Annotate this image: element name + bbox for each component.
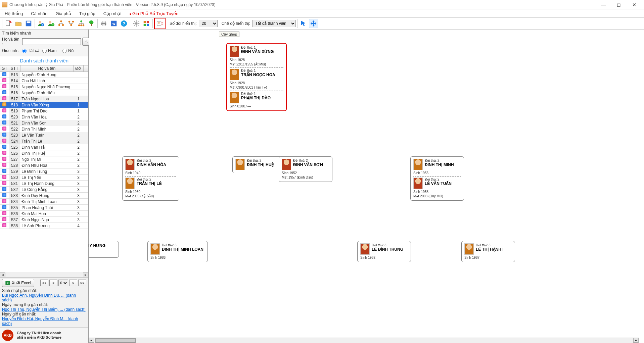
toolbar-tree1-icon[interactable]: [56, 19, 66, 28]
close-button[interactable]: ✕: [627, 0, 642, 9]
tree-node-g2[interactable]: Đời thứ: 3ĐINH THỊ MINH LOANSinh 1986: [147, 241, 208, 262]
app-icon: [2, 2, 7, 7]
table-row[interactable]: 515Nguyễn Ngọc Nhã Phương: [0, 84, 88, 90]
maximize-button[interactable]: ◻: [611, 0, 627, 9]
table-row[interactable]: 532Lê Công Bằng3: [0, 187, 88, 193]
member-table[interactable]: GT STT Họ và tên Đời 513Nguyễn Đình Hưng…: [0, 65, 88, 272]
gender-all-radio[interactable]: Tất cả: [22, 48, 41, 53]
table-row[interactable]: 537Đinh Ngọc Nga3: [0, 217, 88, 223]
table-row[interactable]: 528Đinh Như Hoa2: [0, 162, 88, 168]
toolbar-word-icon[interactable]: W: [109, 19, 119, 28]
toolbar-add-user-icon[interactable]: +: [46, 19, 56, 28]
toolbar-help-icon[interactable]: ?: [119, 19, 129, 28]
svg-line-36: [138, 21, 139, 22]
memorial-near-link[interactable]: Nguyễn Đĩnh Hải, Nguyễn Đình M... (danh …: [2, 316, 86, 326]
menu-help[interactable]: Trợ giúp: [76, 10, 99, 17]
table-row[interactable]: 527Ngô Thị Mi2: [0, 156, 88, 162]
tree-node-c3[interactable]: Đời thứ: 2ĐINH VĂN SƠNSinh 1952Mất 1957 …: [279, 156, 332, 182]
table-row[interactable]: 521Đinh Văn Sơn2: [0, 120, 88, 126]
table-row[interactable]: 513Nguyễn Đình Hưng: [0, 72, 88, 78]
minimize-button[interactable]: ―: [596, 0, 611, 9]
toolbar-user-info-icon[interactable]: i: [36, 19, 46, 28]
page-last[interactable]: >>: [78, 280, 86, 286]
gender-male-radio[interactable]: Nam: [42, 48, 61, 53]
svg-point-3: [39, 21, 41, 23]
svg-point-18: [83, 24, 85, 27]
toolbar-settings-icon[interactable]: [132, 19, 141, 28]
tree-node-c2[interactable]: Đời thứ: 2ĐINH THỊ HUỆ: [232, 156, 283, 173]
table-row[interactable]: 526Đinh Thị Huệ2: [0, 150, 88, 156]
canvas-hscroll[interactable]: ◄►: [89, 338, 639, 343]
table-row[interactable]: 525Đinh Văn Hải2: [0, 144, 88, 150]
menu-system[interactable]: Hệ thống: [1, 10, 26, 17]
table-row[interactable]: 538Lê Anh Phương4: [0, 223, 88, 229]
svg-text:X: X: [7, 282, 9, 285]
tree-node-c4[interactable]: Đời thứ: 2ĐINH THỊ MINHSinh 1956Đời thứ:…: [410, 156, 464, 201]
table-row[interactable]: 523Lê Văn Tuấn2: [0, 132, 88, 138]
toolbar-tree3-icon[interactable]: [77, 19, 86, 28]
name-input[interactable]: [22, 38, 81, 45]
tree-node-c1[interactable]: Đời thứ: 2ĐINH VĂN HÒASinh 1949Đời thứ: …: [122, 156, 179, 201]
birthday-near-label: Sinh nhật gần nhất:: [2, 288, 86, 293]
avatar: [125, 159, 135, 170]
table-row[interactable]: 520Đinh Văn Hòa2: [0, 114, 88, 120]
tree-node-g1[interactable]: H DUY HƯNG: [89, 241, 119, 258]
table-row[interactable]: 535Phan Hoàng Thái3: [0, 205, 88, 211]
table-row[interactable]: 530Lê Thị Yến3: [0, 175, 88, 181]
table-row[interactable]: 534Đinh Thị Minh Loan3: [0, 199, 88, 205]
table-row[interactable]: 516Nguyễn Đình Hiếu: [0, 90, 88, 96]
table-row[interactable]: 519Phạm Thị Đào1: [0, 108, 88, 114]
table-row[interactable]: 522Đinh Thị Minh2: [0, 126, 88, 132]
tree-node-g3[interactable]: Đời thứ: 3LÊ ĐÌNH TRUNGSinh 1982: [357, 241, 411, 262]
toolbar-save-icon[interactable]: [24, 19, 33, 28]
toolbar-print-icon[interactable]: [99, 19, 108, 28]
gen-count-select[interactable]: 20: [199, 20, 218, 27]
sidebar-hscroll[interactable]: ◄►: [0, 272, 88, 277]
svg-point-14: [70, 24, 72, 26]
svg-line-34: [138, 25, 139, 26]
toolbar-tree2-icon[interactable]: [66, 19, 76, 28]
svg-rect-23: [102, 24, 105, 26]
page-next[interactable]: >: [69, 280, 77, 286]
page-select[interactable]: 6: [58, 280, 68, 286]
tree-node-root[interactable]: Đời thứ: 1ĐINH VĂN XỨNGSinh 1928Mất 22/1…: [226, 43, 287, 111]
page-prev[interactable]: <: [49, 280, 57, 286]
longevity-near-link[interactable]: Ngô Thị Thu, Nguyễn Thị Biểm, ... (danh …: [2, 307, 86, 312]
tree-node-g4[interactable]: Đời thứ: 3LÊ THỊ HẠNH ISinh 1987: [461, 241, 515, 262]
excel-icon: X: [5, 280, 10, 286]
toolbar-new-icon[interactable]: [4, 19, 13, 28]
table-row[interactable]: 529Lê Đình Trung3: [0, 168, 88, 175]
toolbar-gallery-icon[interactable]: [142, 19, 151, 28]
table-row[interactable]: 531Lê Thị Hạnh Dung3: [0, 181, 88, 187]
table-row[interactable]: 514Chu Hải Linh: [0, 78, 88, 84]
table-row[interactable]: 536Đinh Mai Hoa3: [0, 211, 88, 217]
export-excel-button[interactable]: X Xuất Excel: [2, 279, 34, 287]
menu-update[interactable]: Cập nhật: [100, 10, 125, 17]
table-row[interactable]: 518Đinh Văn Xứng1: [0, 102, 88, 108]
page-first[interactable]: <<: [40, 280, 48, 286]
member-list-title: Danh sách thành viên: [0, 56, 88, 65]
menu-online[interactable]: Gia Phả Số Trực Tuyến: [126, 10, 182, 17]
table-row[interactable]: 524Trần Thị Lê2: [0, 138, 88, 144]
col-gt[interactable]: GT: [0, 65, 9, 72]
gender-female-radio[interactable]: Nữ: [62, 48, 81, 53]
toolbar-open-icon[interactable]: [14, 19, 23, 28]
col-doi[interactable]: Đời: [74, 65, 84, 72]
toolbar-pointer-icon[interactable]: [299, 19, 308, 28]
col-stt[interactable]: STT: [9, 65, 20, 72]
toolbar-pan-icon[interactable]: [309, 19, 318, 28]
avatar: [230, 46, 239, 57]
svg-rect-2: [27, 21, 31, 23]
toolbar-graft-icon[interactable]: [155, 19, 165, 28]
svg-rect-0: [6, 21, 10, 26]
table-row[interactable]: 533Đinh Duy Hưng3: [0, 193, 88, 199]
tree-canvas[interactable]: Cây ghép Đời thứ: 1ĐINH VĂN XỨNGSinh 19: [89, 30, 644, 343]
col-name[interactable]: Họ và tên: [20, 65, 73, 72]
toolbar-plant-icon[interactable]: [87, 19, 96, 28]
menu-genealogy[interactable]: Gia phả: [52, 10, 74, 17]
display-mode-select[interactable]: Tất cả thành viên: [252, 20, 296, 27]
avatar: [464, 243, 474, 255]
menu-person[interactable]: Cá nhân: [28, 10, 51, 17]
table-row[interactable]: 517Trần Ngọc Hoa1: [0, 96, 88, 102]
birthday-near-link[interactable]: Bùi Ngọc Ánh, Nguyễn Đình Du, ... (danh …: [2, 293, 86, 302]
